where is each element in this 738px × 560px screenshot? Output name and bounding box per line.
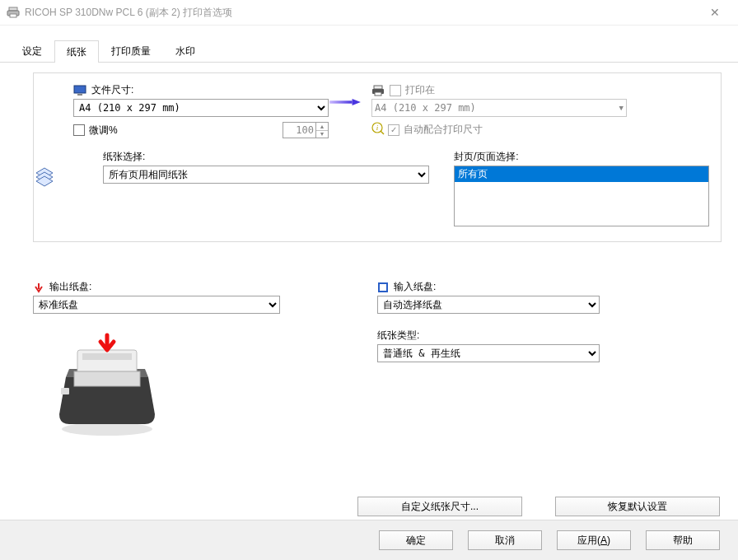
tray-icon bbox=[377, 282, 389, 293]
output-tray-label-row: 输出纸盘: bbox=[33, 280, 377, 294]
print-on-checkbox[interactable]: 打印在 bbox=[390, 83, 435, 97]
paper-select-dropdown[interactable]: 所有页用相同纸张 bbox=[103, 166, 429, 184]
output-tray-select[interactable]: 标准纸盘 bbox=[33, 296, 280, 314]
tab-settings[interactable]: 设定 bbox=[10, 40, 54, 62]
svg-rect-4 bbox=[77, 94, 82, 96]
apply-button[interactable]: 应用(A) bbox=[557, 530, 631, 550]
paper-type-label: 纸张类型: bbox=[377, 329, 722, 343]
print-on-label: 打印在 bbox=[405, 83, 435, 97]
svg-marker-6 bbox=[353, 99, 361, 105]
svg-rect-19 bbox=[61, 388, 69, 394]
spin-down: ▼ bbox=[316, 131, 328, 138]
input-tray-select[interactable]: 自动选择纸盘 bbox=[377, 296, 600, 314]
print-on-select: A4 (210 x 297 mm)▼ bbox=[371, 99, 627, 117]
fine-adjust-input bbox=[283, 122, 315, 138]
arrow-icon bbox=[329, 95, 362, 110]
printer-illustration bbox=[49, 332, 165, 439]
svg-rect-20 bbox=[379, 283, 387, 292]
fine-adjust-checkbox[interactable]: 微调% bbox=[73, 124, 118, 138]
doc-size-select[interactable]: A4 (210 x 297 mm) bbox=[73, 99, 329, 117]
ok-button[interactable]: 确定 bbox=[379, 530, 453, 550]
custom-size-button[interactable]: 自定义纸张尺寸... bbox=[357, 497, 522, 516]
svg-rect-7 bbox=[374, 86, 382, 89]
size-panel: 文件尺寸: A4 (210 x 297 mm) 微调% ▲▼ bbox=[33, 72, 722, 242]
spin-up: ▲ bbox=[316, 123, 328, 131]
monitor-icon bbox=[73, 85, 86, 96]
fine-adjust-label: 微调% bbox=[89, 124, 118, 138]
window-title: RICOH SP 310DNw PCL 6 (副本 2) 打印首选项 bbox=[25, 6, 698, 20]
svg-rect-0 bbox=[9, 7, 17, 11]
tab-quality[interactable]: 打印质量 bbox=[99, 40, 163, 62]
auto-fit-label: 自动配合打印尺寸 bbox=[404, 123, 483, 137]
stack-icon bbox=[33, 165, 56, 190]
printer-small-icon bbox=[371, 85, 385, 96]
doc-size-label: 文件尺寸: bbox=[91, 83, 133, 97]
svg-rect-9 bbox=[375, 92, 381, 96]
cover-select-listbox[interactable]: 所有页 bbox=[454, 166, 709, 226]
svg-rect-17 bbox=[82, 353, 132, 360]
down-arrow-icon bbox=[33, 282, 44, 293]
doc-size-label-row: 文件尺寸: bbox=[73, 83, 329, 97]
fine-adjust-spinner: ▲▼ bbox=[283, 122, 329, 138]
svg-rect-3 bbox=[74, 86, 86, 93]
help-button[interactable]: 帮助 bbox=[646, 530, 720, 550]
tabstrip: 设定 纸张 打印质量 水印 bbox=[0, 37, 738, 62]
input-tray-label: 输入纸盘: bbox=[394, 280, 436, 294]
tab-watermark[interactable]: 水印 bbox=[163, 40, 208, 62]
svg-rect-2 bbox=[10, 14, 16, 17]
restore-defaults-button[interactable]: 恢复默认设置 bbox=[555, 497, 720, 516]
print-on-row: 打印在 bbox=[371, 83, 627, 97]
close-button[interactable]: ✕ bbox=[698, 6, 731, 19]
svg-point-15 bbox=[62, 422, 152, 436]
titlebar: RICOH SP 310DNw PCL 6 (副本 2) 打印首选项 ✕ bbox=[0, 0, 738, 26]
list-item[interactable]: 所有页 bbox=[455, 166, 708, 182]
dialog-button-bar: 确定 取消 应用(A) 帮助 bbox=[0, 520, 738, 560]
paper-type-select[interactable]: 普通纸 & 再生纸 bbox=[377, 344, 600, 362]
output-tray-label: 输出纸盘: bbox=[49, 280, 91, 294]
cancel-button[interactable]: 取消 bbox=[468, 530, 542, 550]
svg-rect-5 bbox=[329, 100, 352, 103]
paper-select-label: 纸张选择: bbox=[103, 150, 429, 164]
svg-rect-18 bbox=[74, 371, 140, 386]
input-tray-label-row: 输入纸盘: bbox=[377, 280, 722, 294]
info-icon: i bbox=[371, 122, 385, 138]
cover-select-label: 封页/页面选择: bbox=[454, 150, 709, 164]
printer-icon bbox=[7, 6, 20, 19]
auto-fit-checkbox: ✓ 自动配合打印尺寸 bbox=[388, 123, 483, 137]
tab-paper[interactable]: 纸张 bbox=[54, 40, 99, 63]
